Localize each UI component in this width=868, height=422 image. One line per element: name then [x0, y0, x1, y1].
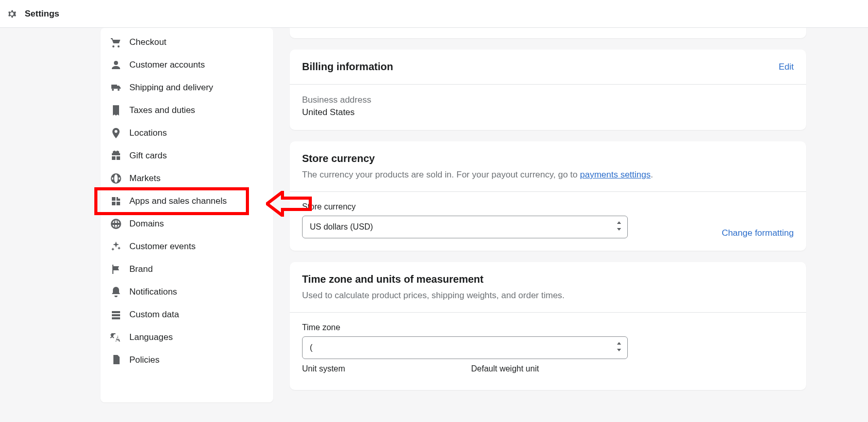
tz-row: Time zone (: [290, 313, 806, 364]
business-address-label: Business address: [302, 95, 794, 105]
billing-body: Business address United States: [290, 85, 806, 130]
apps-icon: [110, 195, 122, 207]
weight-unit-field: Default weight unit: [471, 364, 628, 378]
unit-system-label: Unit system: [302, 364, 459, 374]
tz-header: Time zone and units of measurement: [290, 262, 806, 285]
tz-desc: Used to calculate product prices, shippi…: [290, 290, 806, 313]
tz-title: Time zone and units of measurement: [302, 273, 794, 285]
billing-edit-link[interactable]: Edit: [779, 62, 794, 72]
currency-card: Store currency The currency your product…: [290, 141, 806, 251]
change-formatting-link[interactable]: Change formatting: [722, 228, 794, 238]
layout: Checkout Customer accounts Shipping and …: [0, 28, 868, 402]
gift-icon: [110, 150, 122, 162]
cart-icon: [110, 36, 122, 48]
tz-field-label: Time zone: [302, 323, 628, 332]
sparkle-icon: [110, 240, 122, 253]
tz-select[interactable]: (: [302, 336, 628, 359]
currency-desc-suffix: .: [650, 170, 653, 180]
truck-icon: [110, 82, 122, 94]
sidebar-item-label: Locations: [129, 128, 167, 138]
sidebar-item-label: Taxes and duties: [129, 105, 195, 116]
sidebar-item-domains[interactable]: Domains: [101, 213, 273, 235]
sidebar-item-label: Customer events: [129, 241, 196, 252]
billing-title: Billing information: [302, 61, 393, 73]
chevron-updown-icon: [616, 342, 622, 353]
sidebar-item-label: Notifications: [129, 287, 177, 297]
currency-title: Store currency: [302, 153, 794, 165]
bell-icon: [110, 286, 122, 298]
currency-field: Store currency US dollars (USD): [302, 202, 628, 238]
left-spacer: [0, 28, 101, 402]
content-area: Billing information Edit Business addres…: [273, 28, 868, 402]
sidebar-item-label: Policies: [129, 355, 160, 365]
tz-field: Time zone (: [302, 323, 628, 359]
pin-icon: [110, 127, 122, 139]
sidebar-item-label: Brand: [129, 264, 153, 274]
currency-field-label: Store currency: [302, 202, 628, 212]
sidebar-item-apps-sales-channels[interactable]: Apps and sales channels: [101, 190, 273, 213]
sidebar-item-taxes[interactable]: Taxes and duties: [101, 99, 273, 122]
sidebar-item-brand[interactable]: Brand: [101, 258, 273, 281]
sidebar-item-languages[interactable]: Languages: [101, 326, 273, 349]
unit-row: Unit system Default weight unit: [290, 364, 806, 390]
sidebar-item-label: Custom data: [129, 310, 179, 320]
sidebar-item-custom-data[interactable]: Custom data: [101, 303, 273, 326]
chevron-updown-icon: [616, 221, 622, 233]
sidebar-item-label: Apps and sales channels: [129, 196, 227, 206]
card-top-stub: [290, 28, 806, 38]
user-icon: [110, 59, 122, 71]
business-address-value: United States: [302, 107, 794, 118]
sidebar-item-label: Customer accounts: [129, 60, 205, 70]
payments-settings-link[interactable]: payments settings: [580, 170, 650, 180]
billing-header: Billing information Edit: [290, 50, 806, 85]
sidebar-item-policies[interactable]: Policies: [101, 349, 273, 371]
sidebar-item-label: Languages: [129, 332, 173, 343]
gear-icon: [6, 8, 18, 20]
weight-unit-label: Default weight unit: [471, 364, 628, 374]
settings-sidebar: Checkout Customer accounts Shipping and …: [101, 28, 273, 402]
sidebar-item-markets[interactable]: Markets: [101, 167, 273, 190]
sidebar-item-notifications[interactable]: Notifications: [101, 281, 273, 303]
flag-icon: [110, 263, 122, 275]
currency-form-row: Store currency US dollars (USD) Change f…: [290, 192, 806, 251]
receipt-icon: [110, 104, 122, 117]
unit-system-field: Unit system: [302, 364, 459, 378]
currency-desc-prefix: The currency your products are sold in. …: [302, 170, 580, 180]
sidebar-item-label: Markets: [129, 173, 160, 184]
tz-select-value: (: [310, 343, 312, 352]
currency-select-value: US dollars (USD): [310, 222, 373, 232]
billing-card: Billing information Edit Business addres…: [290, 50, 806, 130]
globe-icon: [110, 172, 122, 185]
sidebar-item-label: Checkout: [129, 37, 166, 47]
timezone-card: Time zone and units of measurement Used …: [290, 262, 806, 390]
currency-desc: The currency your products are sold in. …: [290, 170, 806, 192]
sidebar-item-label: Shipping and delivery: [129, 83, 213, 93]
page-title: Settings: [25, 9, 59, 19]
domain-icon: [110, 218, 122, 230]
currency-header: Store currency: [290, 141, 806, 165]
sidebar-item-label: Gift cards: [129, 151, 167, 161]
topbar: Settings: [0, 0, 868, 28]
sidebar-item-shipping[interactable]: Shipping and delivery: [101, 76, 273, 99]
sidebar-item-customer-events[interactable]: Customer events: [101, 235, 273, 258]
document-icon: [110, 354, 122, 366]
sidebar-item-locations[interactable]: Locations: [101, 122, 273, 144]
sidebar-item-customer-accounts[interactable]: Customer accounts: [101, 54, 273, 76]
translate-icon: [110, 331, 122, 344]
sidebar-item-gift-cards[interactable]: Gift cards: [101, 144, 273, 167]
database-icon: [110, 309, 122, 321]
sidebar-item-checkout[interactable]: Checkout: [101, 31, 273, 54]
sidebar-item-label: Domains: [129, 219, 164, 229]
currency-select[interactable]: US dollars (USD): [302, 216, 628, 238]
